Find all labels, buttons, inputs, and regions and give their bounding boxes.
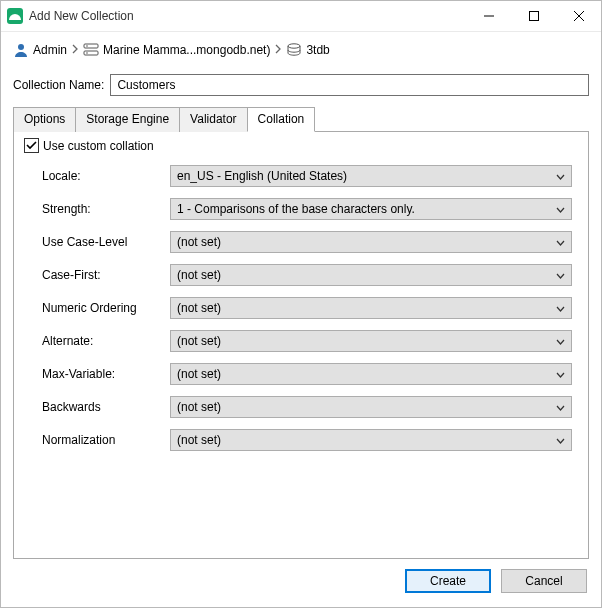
field-label-alternate: Alternate: — [42, 334, 162, 348]
chevron-down-icon — [556, 268, 565, 282]
field-label-use-case-level: Use Case-Level — [42, 235, 162, 249]
tabs: Options Storage Engine Validator Collati… — [13, 106, 589, 131]
svg-point-6 — [288, 44, 300, 48]
select-value: en_US - English (United States) — [177, 169, 556, 183]
select-normalization[interactable]: (not set) — [170, 429, 572, 451]
select-numeric-ordering[interactable]: (not set) — [170, 297, 572, 319]
select-value: 1 - Comparisons of the base characters o… — [177, 202, 556, 216]
database-icon — [286, 42, 302, 58]
server-icon — [83, 42, 99, 58]
field-label-strength: Strength: — [42, 202, 162, 216]
cancel-button[interactable]: Cancel — [501, 569, 587, 593]
chevron-down-icon — [556, 235, 565, 249]
chevron-down-icon — [556, 334, 565, 348]
select-value: (not set) — [177, 433, 556, 447]
tab-options[interactable]: Options — [13, 107, 76, 132]
select-value: (not set) — [177, 400, 556, 414]
breadcrumb-label: Admin — [33, 43, 67, 57]
svg-rect-0 — [529, 12, 538, 21]
content-area: Admin Marine Mamma...mongodb.net) 3tdb — [1, 32, 601, 559]
select-value: (not set) — [177, 235, 556, 249]
field-label-normalization: Normalization — [42, 433, 162, 447]
breadcrumb-item[interactable]: 3tdb — [286, 42, 329, 58]
close-button[interactable] — [556, 1, 601, 31]
select-value: (not set) — [177, 367, 556, 381]
select-value: (not set) — [177, 268, 556, 282]
checkmark-icon — [26, 140, 37, 151]
svg-rect-3 — [84, 51, 98, 55]
breadcrumb-label: Marine Mamma...mongodb.net) — [103, 43, 270, 57]
chevron-down-icon — [556, 301, 565, 315]
select-value: (not set) — [177, 334, 556, 348]
breadcrumb-item[interactable]: Marine Mamma...mongodb.net) — [83, 42, 270, 58]
maximize-icon — [529, 11, 539, 21]
select-locale[interactable]: en_US - English (United States) — [170, 165, 572, 187]
chevron-down-icon — [556, 433, 565, 447]
svg-point-5 — [86, 52, 88, 54]
tab-collation[interactable]: Collation — [247, 107, 316, 132]
select-backwards[interactable]: (not set) — [170, 396, 572, 418]
minimize-button[interactable] — [466, 1, 511, 31]
collection-name-row: Collection Name: — [13, 74, 589, 96]
select-value: (not set) — [177, 301, 556, 315]
chevron-right-icon — [71, 43, 79, 57]
breadcrumb: Admin Marine Mamma...mongodb.net) 3tdb — [13, 42, 589, 58]
select-use-case-level[interactable]: (not set) — [170, 231, 572, 253]
user-icon — [13, 42, 29, 58]
tab-panel-collation: Use custom collation Locale: en_US - Eng… — [13, 131, 589, 559]
collation-form: Locale: en_US - English (United States) … — [24, 161, 578, 451]
svg-point-4 — [86, 45, 88, 47]
svg-rect-2 — [84, 44, 98, 48]
collection-name-label: Collection Name: — [13, 78, 104, 92]
tab-storage-engine[interactable]: Storage Engine — [75, 107, 180, 132]
chevron-down-icon — [556, 169, 565, 183]
close-icon — [574, 11, 584, 21]
select-strength[interactable]: 1 - Comparisons of the base characters o… — [170, 198, 572, 220]
use-custom-collation-checkbox[interactable] — [24, 138, 39, 153]
breadcrumb-item[interactable]: Admin — [13, 42, 67, 58]
chevron-down-icon — [556, 367, 565, 381]
collection-name-input[interactable] — [110, 74, 589, 96]
svg-point-1 — [18, 44, 24, 50]
field-label-case-first: Case-First: — [42, 268, 162, 282]
window-title: Add New Collection — [29, 9, 466, 23]
breadcrumb-label: 3tdb — [306, 43, 329, 57]
tab-validator[interactable]: Validator — [179, 107, 247, 132]
select-max-variable[interactable]: (not set) — [170, 363, 572, 385]
footer: Create Cancel — [1, 559, 601, 607]
field-label-max-variable: Max-Variable: — [42, 367, 162, 381]
chevron-right-icon — [274, 43, 282, 57]
titlebar: Add New Collection — [1, 1, 601, 32]
chevron-down-icon — [556, 202, 565, 216]
minimize-icon — [484, 11, 494, 21]
field-label-locale: Locale: — [42, 169, 162, 183]
create-button[interactable]: Create — [405, 569, 491, 593]
chevron-down-icon — [556, 400, 565, 414]
use-custom-collation-row: Use custom collation — [24, 138, 578, 153]
select-alternate[interactable]: (not set) — [170, 330, 572, 352]
dialog-window: Add New Collection Admin — [0, 0, 602, 608]
field-label-numeric-ordering: Numeric Ordering — [42, 301, 162, 315]
app-icon — [7, 8, 23, 24]
use-custom-collation-label: Use custom collation — [43, 139, 154, 153]
select-case-first[interactable]: (not set) — [170, 264, 572, 286]
field-label-backwards: Backwards — [42, 400, 162, 414]
maximize-button[interactable] — [511, 1, 556, 31]
window-buttons — [466, 1, 601, 31]
